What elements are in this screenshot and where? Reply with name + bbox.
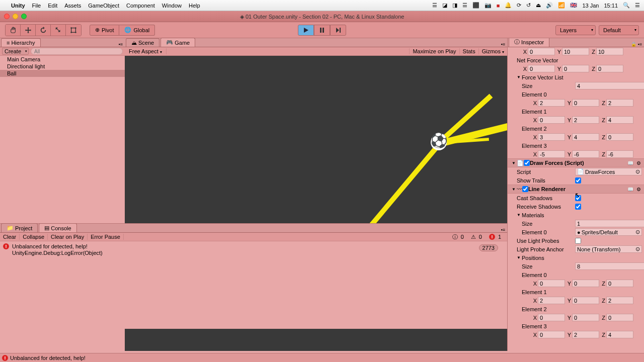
menubar-record-icon[interactable]: ■ — [497, 3, 500, 9]
pivot-toggle[interactable]: ⊕Pivot — [90, 25, 119, 36]
menubar-icon[interactable]: ☰ — [462, 2, 467, 9]
foldout-icon[interactable]: ▼ — [512, 161, 517, 165]
foldout-icon[interactable]: ▼ — [517, 75, 522, 79]
foldout-icon[interactable]: ▼ — [517, 213, 522, 217]
menubar-volume-icon[interactable]: 🔊 — [546, 2, 553, 9]
object-picker-icon[interactable]: ⊙ — [635, 229, 640, 235]
y-field[interactable] — [572, 314, 599, 321]
foldout-icon[interactable]: ▼ — [512, 187, 517, 192]
console-clear-on-play[interactable]: Clear on Play — [48, 234, 88, 240]
x-field[interactable] — [538, 331, 565, 338]
menu-window[interactable]: Window — [162, 3, 182, 9]
hierarchy-search[interactable] — [31, 48, 123, 55]
z-field[interactable] — [606, 331, 633, 338]
menubar-icon[interactable]: 📷 — [485, 2, 492, 9]
x-field[interactable] — [528, 48, 555, 55]
scene-tab[interactable]: ⛰Scene — [126, 38, 159, 47]
console-entry[interactable]: ! Unbalanced for detected, help! UnityEn… — [1, 242, 506, 257]
menu-file[interactable]: File — [32, 3, 41, 9]
script-field[interactable]: DrawForces — [585, 169, 615, 175]
receive-shadows-checkbox[interactable] — [575, 204, 581, 210]
layers-dropdown[interactable]: Layers — [555, 25, 596, 35]
menu-help[interactable]: Help — [189, 3, 200, 9]
game-tab[interactable]: 🎮Game — [160, 38, 195, 47]
gear-icon[interactable]: ⚙ — [635, 186, 642, 193]
z-field[interactable] — [596, 65, 623, 72]
layout-dropdown[interactable]: Default — [599, 25, 639, 35]
z-field[interactable] — [606, 297, 633, 304]
error-count[interactable]: !1 — [487, 234, 505, 240]
menubar-icon[interactable]: 🔔 — [505, 2, 512, 9]
aspect-dropdown[interactable]: Free Aspect ▾ — [125, 48, 167, 54]
y-field[interactable] — [572, 99, 599, 107]
menu-app[interactable]: Unity — [11, 3, 25, 9]
scale-tool[interactable] — [51, 25, 66, 36]
menu-assets[interactable]: Assets — [64, 3, 81, 9]
menubar-icon[interactable]: ↺ — [526, 2, 531, 9]
gizmos-dropdown[interactable]: Gizmos ▾ — [478, 48, 507, 54]
y-field[interactable] — [572, 150, 599, 158]
console-clear[interactable]: Clear — [0, 234, 20, 240]
menubar-icon[interactable]: ☰ — [432, 2, 437, 9]
hand-tool[interactable] — [6, 25, 21, 36]
y-field[interactable] — [562, 65, 589, 72]
project-tab[interactable]: 📁Project — [1, 223, 38, 232]
menu-gameobject[interactable]: GameObject — [88, 3, 119, 9]
y-field[interactable] — [572, 116, 599, 124]
y-field[interactable] — [572, 280, 599, 287]
size-field[interactable] — [575, 262, 644, 270]
x-field[interactable] — [538, 280, 565, 287]
inspector-tab[interactable]: ⓘInspector — [509, 38, 549, 47]
show-trails-checkbox[interactable] — [575, 177, 581, 184]
console-tab[interactable]: ▤Console — [39, 223, 76, 232]
menubar-icon[interactable]: ◨ — [452, 2, 457, 9]
z-field[interactable] — [606, 314, 633, 321]
x-field[interactable] — [538, 297, 565, 304]
hierarchy-item[interactable]: Main Camera — [0, 56, 125, 63]
menubar-time[interactable]: 15:11 — [604, 3, 618, 9]
play-button[interactable] — [298, 25, 314, 36]
menubar-date[interactable]: 13 Jan — [582, 3, 599, 9]
menubar-icon[interactable]: ⬛ — [472, 2, 479, 9]
stats-toggle[interactable]: Stats — [459, 48, 478, 54]
hierarchy-tab[interactable]: ≡Hierarchy — [1, 38, 41, 47]
menubar-icon[interactable]: ⟳ — [517, 2, 521, 9]
foldout-icon[interactable]: ▼ — [517, 255, 522, 260]
panel-menu-icon[interactable]: ▪≡ — [119, 42, 123, 47]
hierarchy-create-dropdown[interactable]: Create — [2, 48, 29, 55]
menubar-spotlight-icon[interactable]: 🔍 — [623, 2, 630, 9]
component-enabled[interactable] — [524, 160, 530, 166]
z-field[interactable] — [606, 133, 633, 141]
z-field[interactable] — [606, 99, 633, 107]
use-light-probes-checkbox[interactable] — [575, 238, 581, 244]
help-icon[interactable]: 📖 — [627, 159, 634, 166]
move-tool[interactable] — [21, 25, 36, 36]
size-field[interactable] — [575, 220, 644, 227]
z-field[interactable] — [606, 150, 633, 158]
anchor-field[interactable]: None (Transform) — [577, 246, 620, 252]
console-collapse[interactable]: Collapse — [20, 234, 48, 240]
x-field[interactable] — [538, 150, 565, 158]
step-button[interactable] — [330, 25, 346, 36]
x-field[interactable] — [538, 314, 565, 321]
pause-button[interactable] — [314, 25, 330, 36]
info-count[interactable]: ⓘ0 — [450, 233, 468, 241]
gear-icon[interactable]: ⚙ — [635, 159, 642, 166]
x-field[interactable] — [528, 65, 555, 72]
z-field[interactable] — [606, 116, 633, 124]
menubar-flag[interactable]: 🇬🇧 — [570, 2, 577, 9]
help-icon[interactable]: 📖 — [627, 186, 634, 193]
menu-edit[interactable]: Edit — [48, 3, 57, 9]
hierarchy-item[interactable]: Ball — [0, 70, 125, 77]
rect-tool[interactable] — [66, 25, 81, 36]
x-field[interactable] — [538, 133, 565, 141]
panel-lock-icon[interactable]: 🔒 ▪≡ — [631, 42, 642, 47]
x-field[interactable] — [538, 99, 565, 107]
y-field[interactable] — [572, 133, 599, 141]
z-field[interactable] — [606, 280, 633, 287]
rotate-tool[interactable] — [36, 25, 51, 36]
menubar-wifi-icon[interactable]: 📶 — [558, 2, 565, 9]
maximize-on-play[interactable]: Maximize on Play — [409, 48, 459, 54]
size-field[interactable] — [575, 82, 644, 89]
console-error-pause[interactable]: Error Pause — [88, 234, 124, 240]
